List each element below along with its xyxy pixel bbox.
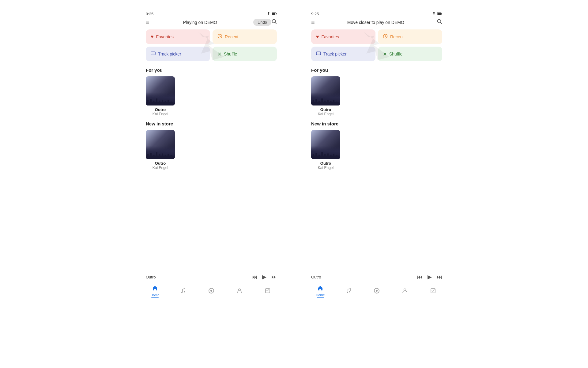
nav-notes-left[interactable]	[260, 288, 275, 295]
svg-point-3	[272, 20, 276, 23]
new-in-store-album-title-left: Outro	[155, 161, 166, 166]
new-in-store-album-title-right: Outro	[320, 161, 331, 166]
new-in-store-album-left[interactable]: Outro Kai Engel	[146, 130, 175, 170]
player-controls-right: ⏮ ▶ ⏭	[417, 274, 442, 280]
home-icon-left	[152, 285, 158, 293]
prev-button-left[interactable]: ⏮	[252, 274, 257, 280]
shuffle-icon-right: ✕	[383, 51, 387, 57]
nav-music-left[interactable]	[176, 288, 190, 295]
track-picker-icon-right	[316, 51, 321, 57]
bottom-player-right: Outro ⏮ ▶ ⏭	[306, 271, 447, 283]
nav-home-right[interactable]: Home	[313, 285, 328, 298]
shuffle-icon-left: ✕	[217, 51, 221, 57]
grid-buttons-left: ♥ Favorites Recent Track picker ✕ Shuffl…	[141, 28, 282, 65]
new-in-store-album-artist-right: Kai Engel	[318, 166, 334, 170]
svg-rect-15	[442, 13, 442, 14]
next-button-left[interactable]: ⏭	[271, 274, 277, 280]
nav-person-right[interactable]	[398, 288, 412, 295]
new-in-store-section-right: New in store Outro Kai Engel	[306, 121, 447, 172]
favorites-button-left[interactable]: ♥ Favorites	[146, 29, 210, 44]
svg-rect-16	[438, 13, 441, 15]
top-bar-left: ≡ Playing on DEMO Undo	[141, 17, 282, 28]
menu-icon-left[interactable]: ≡	[146, 19, 149, 26]
wifi-icon-right	[432, 12, 436, 16]
status-bar-right: 9:25	[306, 9, 447, 17]
player-controls-left: ⏮ ▶ ⏭	[252, 274, 277, 280]
recent-button-left[interactable]: Recent	[213, 29, 277, 44]
music-icon-right	[345, 288, 352, 295]
undo-button[interactable]: Undo	[253, 19, 271, 26]
new-in-store-title-left: New in store	[146, 121, 277, 126]
new-in-store-title-right: New in store	[311, 121, 442, 126]
status-time-left: 9:25	[146, 12, 153, 16]
screen-content-left: For you Outro Kai Engel New in store Out…	[141, 65, 282, 271]
search-icon-right[interactable]	[437, 19, 442, 26]
nav-home-indicator-left	[151, 297, 159, 298]
status-bar-left: 9:25	[141, 9, 282, 17]
next-button-right[interactable]: ⏭	[437, 274, 442, 280]
heart-icon-right: ♥	[316, 34, 319, 40]
battery-icon-left	[272, 12, 277, 16]
svg-line-9	[183, 289, 185, 289]
prev-button-right[interactable]: ⏮	[417, 274, 423, 280]
notes-icon-left	[265, 288, 271, 295]
bottom-nav-right: Home	[306, 283, 447, 301]
screen-right: 9:25 ≡ Move closer to play on DEMO	[306, 9, 447, 301]
status-icons-right	[432, 12, 442, 16]
svg-rect-7	[151, 52, 155, 55]
new-in-store-album-right[interactable]: Outro Kai Engel	[311, 130, 340, 170]
search-icon-left[interactable]	[271, 19, 277, 26]
nav-home-label-right: Home	[316, 293, 325, 297]
new-in-store-album-art-left	[146, 130, 175, 159]
top-bar-title-left: Playing on DEMO	[149, 20, 251, 25]
play-button-left[interactable]: ▶	[262, 274, 266, 280]
for-you-album-art-right	[311, 76, 340, 105]
shuffle-button-left[interactable]: ✕ Shuffle	[213, 47, 277, 61]
grid-buttons-right: ♥ Favorites Recent Track picker ✕ Shuffl…	[306, 28, 447, 65]
nav-person-left[interactable]	[232, 288, 247, 295]
nav-home-label-left: Home	[150, 293, 159, 297]
nav-home-indicator-right	[317, 297, 324, 298]
nav-notes-right[interactable]	[426, 288, 440, 295]
top-bar-right: ≡ Move closer to play on DEMO	[306, 17, 447, 28]
track-picker-button-right[interactable]: Track picker	[311, 47, 375, 61]
heart-icon-left: ♥	[151, 34, 154, 40]
shuffle-button-right[interactable]: ✕ Shuffle	[378, 47, 442, 61]
for-you-album-right[interactable]: Outro Kai Engel	[311, 76, 340, 116]
screen-left: 9:25 ≡ Playing on DEMO Undo	[141, 9, 282, 301]
svg-point-24	[376, 290, 378, 292]
new-in-store-album-artist-left: Kai Engel	[153, 166, 168, 170]
new-in-store-section-left: New in store Outro Kai Engel	[141, 121, 282, 172]
nav-home-left[interactable]: Home	[148, 285, 162, 298]
nav-circle-left[interactable]	[204, 287, 219, 296]
for-you-album-title-right: Outro	[320, 107, 331, 112]
play-button-right[interactable]: ▶	[428, 274, 432, 280]
bottom-nav-left: Home	[141, 283, 282, 301]
track-picker-button-left[interactable]: Track picker	[146, 47, 210, 61]
player-track-name-left: Outro	[146, 275, 156, 279]
person-icon-right	[402, 288, 408, 295]
for-you-title-right: For you	[311, 67, 442, 73]
circle-icon-right	[373, 287, 380, 296]
svg-line-18	[441, 23, 442, 24]
recent-icon-right	[383, 34, 388, 40]
recent-button-right[interactable]: Recent	[378, 29, 442, 44]
svg-rect-2	[272, 13, 275, 15]
svg-line-4	[275, 23, 277, 24]
svg-rect-1	[276, 13, 277, 14]
for-you-section-left: For you Outro Kai Engel	[141, 67, 282, 119]
for-you-album-art-left	[146, 76, 175, 105]
for-you-album-artist-left: Kai Engel	[153, 112, 168, 116]
nav-circle-right[interactable]	[369, 287, 384, 296]
bottom-player-left: Outro ⏮ ▶ ⏭	[141, 271, 282, 283]
svg-rect-21	[316, 52, 321, 55]
nav-music-right[interactable]	[341, 288, 356, 295]
for-you-album-left[interactable]: Outro Kai Engel	[146, 76, 175, 116]
menu-icon-right[interactable]: ≡	[311, 19, 315, 26]
svg-point-11	[210, 290, 212, 292]
favorites-button-right[interactable]: ♥ Favorites	[311, 29, 375, 44]
track-picker-icon-left	[151, 51, 156, 57]
new-in-store-album-art-right	[311, 130, 340, 159]
status-icons-left	[266, 12, 277, 16]
for-you-album-artist-right: Kai Engel	[318, 112, 334, 116]
